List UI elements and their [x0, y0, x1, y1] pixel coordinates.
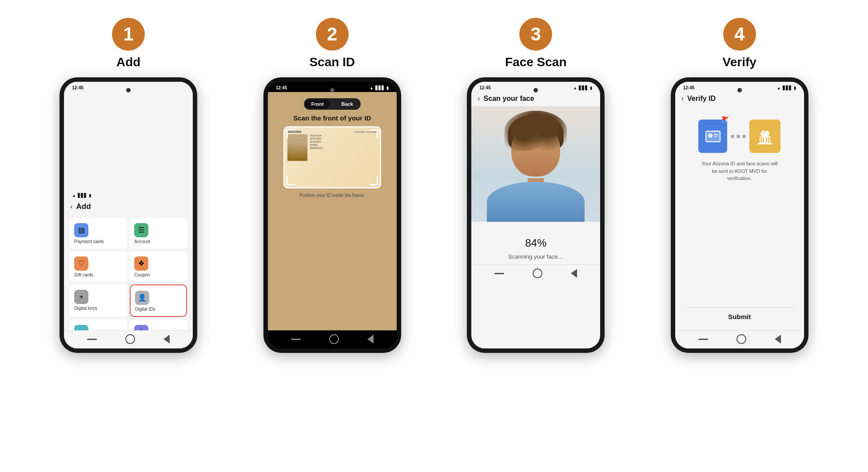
svg-rect-0: [706, 131, 720, 142]
status-time-4: 12:45: [683, 85, 695, 90]
screen3-header: ‹ Scan your face: [471, 92, 600, 106]
face-silhouette: [471, 106, 600, 222]
digital-ids-label: Digital IDs: [135, 307, 155, 312]
svg-rect-10: [768, 137, 769, 143]
account-label: Account: [134, 239, 150, 244]
step-title-2: Scan ID: [309, 55, 355, 69]
submit-button[interactable]: Submit: [684, 307, 795, 326]
back-toggle[interactable]: Back: [335, 100, 359, 108]
id-expiry: 02/01/2026: [310, 137, 377, 140]
verify-building-icon: [749, 120, 780, 153]
nav-recents-icon[interactable]: [87, 339, 97, 340]
step-1: 1 Add 12:45 ▲ ▋▋▋ ▮ ‹ Add: [27, 18, 231, 353]
scan-id-prompt: Scan the front of your ID: [293, 114, 371, 122]
nav-back-icon-2[interactable]: [367, 335, 374, 344]
digital-ids-icon: 👤: [135, 291, 149, 305]
step-number-4: 4: [723, 18, 756, 51]
back-button-4[interactable]: ‹: [681, 95, 684, 103]
grid-item-payment-cards[interactable]: ▤ Payment cards: [70, 218, 127, 248]
grid-item-gift-cards[interactable]: ♡ Gift cards: [70, 251, 127, 282]
phone-1: 12:45 ▲ ▋▋▋ ▮ ‹ Add ▤ Payment cards: [60, 77, 197, 353]
step-title-4: Verify: [723, 55, 757, 69]
scan-id-hint: Position your ID inside the frame.: [299, 193, 365, 198]
svg-rect-3: [714, 134, 718, 135]
verify-connecting-dots: [731, 135, 746, 138]
svg-point-2: [708, 133, 713, 138]
nav-home-icon[interactable]: [125, 334, 135, 344]
step-number-3: 3: [519, 18, 552, 51]
id-flag: 🚩: [721, 116, 729, 123]
nav-back-icon[interactable]: [163, 335, 170, 344]
id-dob: 02/14/1974: [310, 140, 377, 143]
step-3: 3 Face Scan 12:45 ▲ ▋▋▋ ▮ ‹ Scan your fa…: [434, 18, 638, 353]
nav-home-icon-2[interactable]: [329, 334, 339, 344]
account-icon: ☰: [134, 223, 148, 237]
id-header: ARIZONA DRIVER LICENSE: [287, 130, 377, 133]
grid-item-boarding-passes[interactable]: ✈ Boarding passes: [130, 320, 187, 331]
grid-item-health-passes[interactable]: + Health passes: [70, 320, 127, 331]
step-number-2: 2: [316, 18, 349, 51]
scan-frame: ARIZONA DRIVER LICENSE D02141248 02/01/2…: [283, 126, 381, 188]
screen1-header: ‹ Add: [64, 200, 193, 215]
svg-rect-12: [757, 144, 772, 144]
step-title-1: Add: [116, 55, 140, 69]
scan-background: Front - Back Scan the front of your ID: [268, 92, 397, 330]
screen4-header: ‹ Verify ID: [675, 92, 804, 106]
nav-bar-2: [268, 330, 397, 348]
svg-rect-7: [760, 137, 762, 143]
verify-id-icon: 🚩: [698, 120, 727, 153]
notch-4: [737, 88, 742, 92]
status-icons-4: ▲ ▋▋▋ ▮: [777, 85, 796, 90]
nav-recents-icon-4[interactable]: [698, 339, 708, 340]
nav-bar-1: [64, 330, 193, 348]
phone-2: 12:45 ▲ ▋▋▋ ▮ Front - Back Scan the fron…: [263, 77, 401, 353]
grid-item-digital-keys[interactable]: + Digital keys: [70, 284, 127, 317]
boarding-passes-icon: ✈: [134, 325, 148, 331]
id-info: D02141248 02/01/2026 02/14/1974 DANIEL A…: [310, 134, 377, 184]
nav-home-icon-3[interactable]: [533, 268, 542, 278]
building-svg: [756, 128, 774, 145]
nav-back-icon-4[interactable]: [775, 335, 781, 344]
grid-item-account[interactable]: ☰ Account: [130, 218, 187, 248]
svg-rect-8: [763, 137, 764, 143]
nav-bar-3: [471, 264, 600, 283]
back-button-3[interactable]: ‹: [478, 95, 480, 103]
face-scan-result: 84% Scanning your face…: [471, 222, 600, 264]
nav-home-icon-4[interactable]: [737, 334, 746, 344]
notch-3: [534, 88, 538, 92]
status-bar-1: 12:45 ▲ ▋▋▋ ▮: [64, 82, 193, 200]
grid-item-coupon[interactable]: ❖ Coupon: [130, 251, 187, 282]
add-grid: ▤ Payment cards ☰ Account ♡ Gift cards ❖…: [64, 215, 193, 331]
battery-icon-3: ▮: [590, 86, 592, 90]
person-shoulders: [487, 182, 585, 222]
screen3-title: Scan your face: [484, 95, 534, 103]
status-icons-2: ▲ ▋▋▋ ▮: [370, 85, 389, 90]
battery-icon-2: ▮: [386, 86, 389, 90]
step-title-3: Face Scan: [505, 55, 567, 69]
nav-back-icon-3[interactable]: [571, 269, 577, 278]
digital-keys-icon: +: [74, 290, 88, 304]
signal-icon: ▋▋▋: [78, 193, 87, 198]
scan-percentage: 84%: [525, 231, 546, 251]
back-button-1[interactable]: ‹: [70, 203, 72, 211]
signal-icon-4: ▋▋▋: [783, 86, 792, 90]
verify-description: Your Arizona ID and face scans will be s…: [700, 160, 780, 182]
svg-rect-9: [766, 137, 767, 143]
status-time-2: 12:45: [276, 85, 287, 90]
wifi-icon-2: ▲: [370, 86, 374, 90]
status-time-3: 12:45: [479, 85, 491, 90]
grid-item-digital-ids[interactable]: 👤 Digital IDs: [130, 284, 187, 317]
face-scan-area: [471, 106, 600, 222]
front-toggle[interactable]: Front: [305, 100, 330, 108]
id-name1: DANIEL: [310, 144, 377, 146]
nav-recents-icon-3[interactable]: [494, 273, 504, 274]
wifi-icon-3: ▲: [573, 86, 577, 90]
phone-screen-4: 12:45 ▲ ▋▋▋ ▮ ‹ Verify ID: [675, 82, 804, 348]
wifi-icon-4: ▲: [777, 86, 781, 90]
nav-recents-icon-2[interactable]: [291, 339, 301, 340]
gift-cards-icon: ♡: [74, 256, 88, 271]
id-body: D02141248 02/01/2026 02/14/1974 DANIEL A…: [287, 134, 377, 184]
battery-icon-4: ▮: [794, 86, 796, 90]
dot-1: [731, 135, 734, 138]
phone-screen-3: 12:45 ▲ ▋▋▋ ▮ ‹ Scan your face: [471, 82, 600, 348]
